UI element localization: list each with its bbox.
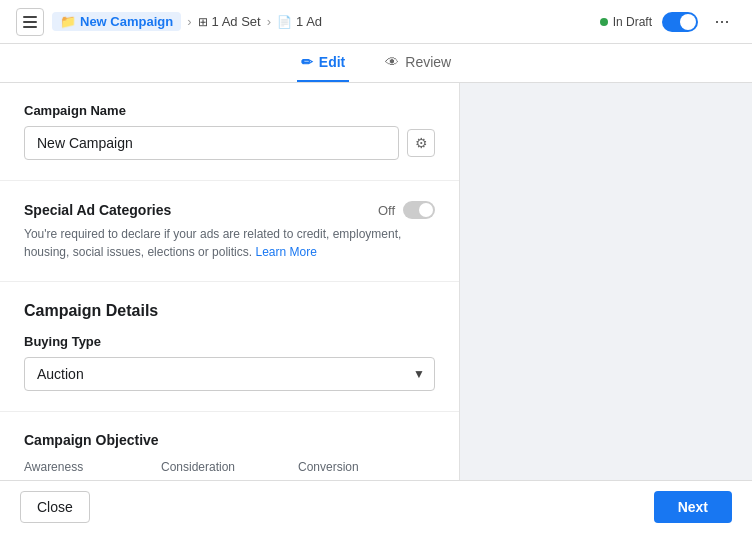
tab-edit-label: Edit xyxy=(319,54,345,70)
conversion-header: Conversion xyxy=(298,460,435,474)
campaign-settings-button[interactable]: ⚙ xyxy=(407,129,435,157)
tab-review-label: Review xyxy=(405,54,451,70)
folder-icon: 📁 xyxy=(60,14,76,29)
learn-more-link[interactable]: Learn More xyxy=(255,245,316,259)
campaign-objective-label: Campaign Objective xyxy=(24,432,435,448)
breadcrumb-campaign[interactable]: 📁 New Campaign xyxy=(52,12,181,31)
edit-icon: ✏ xyxy=(301,54,313,70)
status-text: In Draft xyxy=(613,15,652,29)
top-bar: 📁 New Campaign › ⊞ 1 Ad Set › 📄 1 Ad In … xyxy=(0,0,752,44)
campaign-name-section: Campaign Name ⚙ xyxy=(0,83,459,181)
campaign-name-input-wrapper xyxy=(24,126,399,160)
special-ad-description: You're required to declare if your ads a… xyxy=(24,225,435,261)
breadcrumb-sep-2: › xyxy=(267,14,271,29)
awareness-header: Awareness xyxy=(24,460,161,474)
more-options-button[interactable]: ··· xyxy=(708,8,736,36)
breadcrumb-ad-label: 1 Ad xyxy=(296,14,322,29)
buying-type-select[interactable]: Auction Reach and Frequency xyxy=(24,357,435,391)
grid-icon: ⊞ xyxy=(198,15,208,29)
gear-icon-symbol: ⚙ xyxy=(415,135,428,151)
conversion-column: Conversion Conversions Catalog sales Sto… xyxy=(298,460,435,480)
campaign-details-title: Campaign Details xyxy=(24,302,435,320)
special-ad-header: Special Ad Categories Off xyxy=(24,201,435,219)
objective-columns: Awareness Brand awareness Reach Consider… xyxy=(24,460,435,480)
breadcrumb-ad[interactable]: 📄 1 Ad xyxy=(277,14,322,29)
awareness-column: Awareness Brand awareness Reach xyxy=(24,460,161,480)
form-panel: Campaign Name ⚙ Special Ad Categories Of… xyxy=(0,83,460,480)
breadcrumb: 📁 New Campaign › ⊞ 1 Ad Set › 📄 1 Ad xyxy=(52,12,322,31)
breadcrumb-adset-label: 1 Ad Set xyxy=(212,14,261,29)
campaign-name-label: Campaign Name xyxy=(24,103,435,118)
special-ad-toggle[interactable] xyxy=(403,201,435,219)
status-dot-icon xyxy=(600,18,608,26)
top-bar-left: 📁 New Campaign › ⊞ 1 Ad Set › 📄 1 Ad xyxy=(16,8,322,36)
draft-toggle[interactable] xyxy=(662,12,698,32)
campaign-name-row: ⚙ xyxy=(24,126,435,160)
close-button[interactable]: Close xyxy=(20,491,90,523)
next-button[interactable]: Next xyxy=(654,491,732,523)
tab-bar: ✏ Edit 👁 Review xyxy=(0,44,752,83)
doc-icon: 📄 xyxy=(277,15,292,29)
consideration-column: Consideration Traffic Engagement App ins… xyxy=(161,460,298,480)
breadcrumb-sep-1: › xyxy=(187,14,191,29)
buying-type-select-wrapper: Auction Reach and Frequency ▼ xyxy=(24,357,435,391)
top-bar-right: In Draft ··· xyxy=(600,8,736,36)
breadcrumb-adset[interactable]: ⊞ 1 Ad Set xyxy=(198,14,261,29)
right-panel xyxy=(460,83,752,480)
special-ad-section: Special Ad Categories Off You're require… xyxy=(0,181,459,282)
breadcrumb-campaign-label: New Campaign xyxy=(80,14,173,29)
main-content: Campaign Name ⚙ Special Ad Categories Of… xyxy=(0,83,752,480)
special-ad-off-label: Off xyxy=(378,203,395,218)
status-badge: In Draft xyxy=(600,15,652,29)
campaign-name-input[interactable] xyxy=(37,135,386,151)
more-icon: ··· xyxy=(714,11,729,32)
sidebar-toggle-button[interactable] xyxy=(16,8,44,36)
campaign-details-section: Campaign Details Buying Type Auction Rea… xyxy=(0,282,459,412)
special-ad-right: Off xyxy=(378,201,435,219)
campaign-objective-section: Campaign Objective Awareness Brand aware… xyxy=(0,412,459,480)
eye-icon: 👁 xyxy=(385,54,399,70)
tab-review[interactable]: 👁 Review xyxy=(381,44,455,82)
tab-edit[interactable]: ✏ Edit xyxy=(297,44,349,82)
special-ad-title: Special Ad Categories xyxy=(24,202,171,218)
bottom-bar: Close Next xyxy=(0,480,752,533)
buying-type-label: Buying Type xyxy=(24,334,435,349)
consideration-header: Consideration xyxy=(161,460,298,474)
